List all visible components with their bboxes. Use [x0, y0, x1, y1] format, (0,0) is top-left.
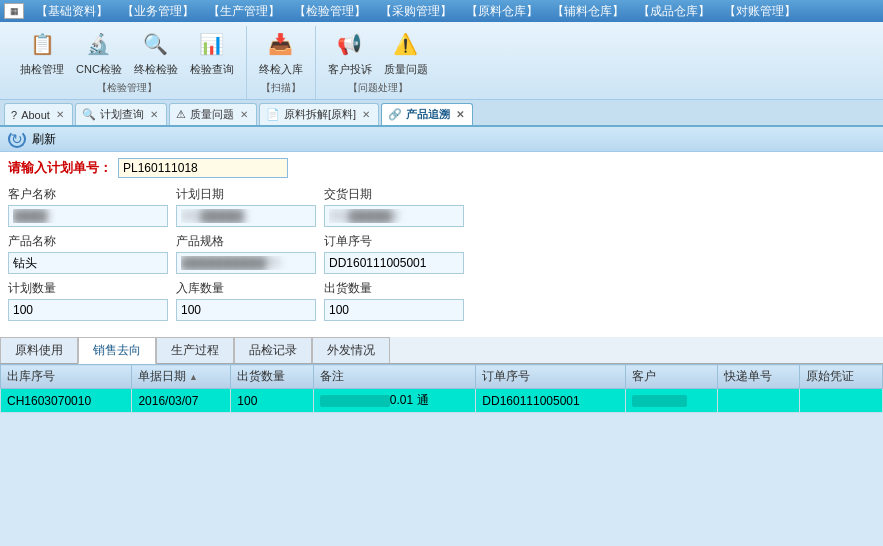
quality-tab-icon: ⚠ [176, 108, 186, 121]
ribbon-btn-inspection-query[interactable]: 📊 检验查询 [186, 26, 238, 79]
field-customer-name: 客户名称 [8, 186, 168, 227]
ribbon-btn-cnc[interactable]: 🔬 CNC检验 [72, 26, 126, 79]
menu-auxiliary-warehouse[interactable]: 【辅料仓库】 [546, 2, 630, 21]
cell-doc-date: 2016/03/07 [132, 389, 231, 413]
refresh-label[interactable]: 刷新 [32, 131, 56, 148]
tab-material-close[interactable]: ✕ [362, 109, 370, 120]
quality-issue-icon: ⚠️ [390, 28, 422, 60]
ribbon-btn-quality-issue[interactable]: ⚠️ 质量问题 [380, 26, 432, 79]
bottom-tabs: 原料使用 销售去向 生产过程 品检记录 外发情况 [0, 337, 883, 364]
menu-inspection[interactable]: 【检验管理】 [288, 2, 372, 21]
bottom-tab-sales[interactable]: 销售去向 [78, 337, 156, 364]
tab-product-trace-close[interactable]: ✕ [456, 109, 464, 120]
bottom-tab-outsource[interactable]: 外发情况 [312, 337, 390, 363]
tab-product-trace-label: 产品追溯 [406, 107, 450, 122]
tab-plan-query[interactable]: 🔍 计划查询 ✕ [75, 103, 167, 125]
plan-number-input[interactable] [118, 158, 288, 178]
col-voucher: 原始凭证 [800, 365, 883, 389]
menu-production[interactable]: 【生产管理】 [202, 2, 286, 21]
delivery-date-label: 交货日期 [324, 186, 464, 203]
cell-ship-qty: 100 [231, 389, 314, 413]
inbound-qty-label: 入库数量 [176, 280, 316, 297]
tab-quality-close[interactable]: ✕ [240, 109, 248, 120]
tab-about-label: About [21, 109, 50, 121]
cnc-label: CNC检验 [76, 62, 122, 77]
inbound-qty-input[interactable] [176, 299, 316, 321]
bottom-tab-raw-material[interactable]: 原料使用 [0, 337, 78, 363]
tab-quality-label: 质量问题 [190, 107, 234, 122]
product-spec-label: 产品规格 [176, 233, 316, 250]
table-wrap: 出库序号 单据日期 出货数量 备注 订单序号 客户 快递单号 原始凭证 CH16… [0, 364, 883, 413]
form-row-1: 客户名称 计划日期 交货日期 [8, 186, 875, 227]
table-row: CH1603070010 2016/03/07 100 0.01 通 DD160… [1, 389, 883, 413]
menu-raw-warehouse[interactable]: 【原料仓库】 [460, 2, 544, 21]
ribbon-buttons-issues: 📢 客户投诉 ⚠️ 质量问题 [324, 26, 432, 79]
tab-about-close[interactable]: ✕ [56, 109, 64, 120]
outbound-qty-input[interactable] [324, 299, 464, 321]
plan-date-input[interactable] [176, 205, 316, 227]
col-express-no: 快递单号 [717, 365, 800, 389]
product-trace-tab-icon: 🔗 [388, 108, 402, 121]
cell-order-no: DD160111005001 [476, 389, 625, 413]
menu-base-data[interactable]: 【基础资料】 [30, 2, 114, 21]
ribbon-group-inspection: 📋 抽检管理 🔬 CNC检验 🔍 终检检验 📊 检验查询 【检验管理】 [8, 26, 247, 99]
ribbon-btn-final-inspection[interactable]: 🔍 终检检验 [130, 26, 182, 79]
order-number-input[interactable] [324, 252, 464, 274]
ribbon-group-label-issues: 【问题处理】 [348, 81, 408, 95]
product-spec-input[interactable] [176, 252, 316, 274]
menu-purchase[interactable]: 【采购管理】 [374, 2, 458, 21]
refresh-icon[interactable]: ↻ [8, 130, 26, 148]
delivery-date-input[interactable] [324, 205, 464, 227]
app-logo[interactable]: ▦ [4, 3, 24, 19]
menu-business[interactable]: 【业务管理】 [116, 2, 200, 21]
ribbon-buttons-scan: 📥 终检入库 [255, 26, 307, 79]
cell-express-no [717, 389, 800, 413]
cell-customer [625, 389, 717, 413]
tab-bar: ? About ✕ 🔍 计划查询 ✕ ⚠ 质量问题 ✕ 📄 原料拆解[原料] ✕… [0, 100, 883, 127]
col-outbound-no: 出库序号 [1, 365, 132, 389]
ribbon-btn-warehousing[interactable]: 📥 终检入库 [255, 26, 307, 79]
warehousing-label: 终检入库 [259, 62, 303, 77]
cnc-icon: 🔬 [83, 28, 115, 60]
ribbon-btn-customer-complaint[interactable]: 📢 客户投诉 [324, 26, 376, 79]
bottom-tab-quality-record[interactable]: 品检记录 [234, 337, 312, 363]
ribbon-group-label-scan: 【扫描】 [261, 81, 301, 95]
sampling-icon: 📋 [26, 28, 58, 60]
field-product-spec: 产品规格 [176, 233, 316, 274]
ribbon: 📋 抽检管理 🔬 CNC检验 🔍 终检检验 📊 检验查询 【检验管理】 📥 终检… [0, 22, 883, 100]
form-row-3: 计划数量 入库数量 出货数量 [8, 280, 875, 321]
tab-plan-query-close[interactable]: ✕ [150, 109, 158, 120]
ribbon-buttons-inspection: 📋 抽检管理 🔬 CNC检验 🔍 终检检验 📊 检验查询 [16, 26, 238, 79]
tab-material-label: 原料拆解[原料] [284, 107, 356, 122]
sampling-label: 抽检管理 [20, 62, 64, 77]
menu-accounting[interactable]: 【对账管理】 [718, 2, 802, 21]
bottom-tab-production[interactable]: 生产过程 [156, 337, 234, 363]
col-order-no: 订单序号 [476, 365, 625, 389]
customer-complaint-label: 客户投诉 [328, 62, 372, 77]
form-area: 请输入计划单号： 客户名称 计划日期 交货日期 产品名称 [0, 152, 883, 333]
ribbon-btn-sampling[interactable]: 📋 抽检管理 [16, 26, 68, 79]
field-plan-qty: 计划数量 [8, 280, 168, 321]
customer-complaint-icon: 📢 [334, 28, 366, 60]
field-delivery-date: 交货日期 [324, 186, 464, 227]
tab-quality-issue[interactable]: ⚠ 质量问题 ✕ [169, 103, 257, 125]
tab-about[interactable]: ? About ✕ [4, 103, 73, 125]
menu-finished-warehouse[interactable]: 【成品仓库】 [632, 2, 716, 21]
ribbon-group-scan: 📥 终检入库 【扫描】 [247, 26, 316, 99]
tab-product-trace[interactable]: 🔗 产品追溯 ✕ [381, 103, 473, 125]
plan-query-tab-icon: 🔍 [82, 108, 96, 121]
tab-material-disassembly[interactable]: 📄 原料拆解[原料] ✕ [259, 103, 379, 125]
product-name-input[interactable] [8, 252, 168, 274]
cell-outbound-no: CH1603070010 [1, 389, 132, 413]
col-customer: 客户 [625, 365, 717, 389]
customer-name-input[interactable] [8, 205, 168, 227]
field-order-number: 订单序号 [324, 233, 464, 274]
ribbon-group-issues: 📢 客户投诉 ⚠️ 质量问题 【问题处理】 [316, 26, 440, 99]
content-area: ↻ 刷新 请输入计划单号： 客户名称 计划日期 交货日期 [0, 127, 883, 413]
plan-qty-input[interactable] [8, 299, 168, 321]
outbound-qty-label: 出货数量 [324, 280, 464, 297]
data-table: 出库序号 单据日期 出货数量 备注 订单序号 客户 快递单号 原始凭证 CH16… [0, 364, 883, 413]
material-tab-icon: 📄 [266, 108, 280, 121]
inspection-query-label: 检验查询 [190, 62, 234, 77]
plan-date-label: 计划日期 [176, 186, 316, 203]
